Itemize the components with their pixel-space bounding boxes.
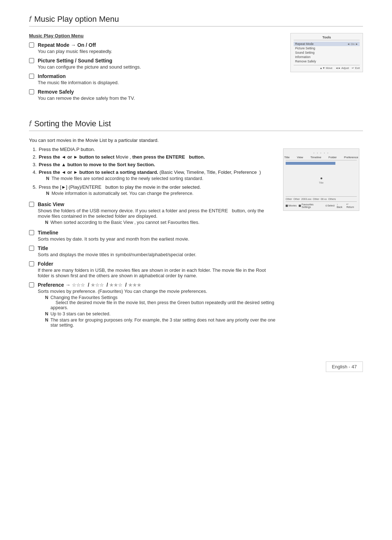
bullet-title-info: Information bbox=[38, 73, 119, 79]
bullet-content-title: Title Sorts and displays the movie title… bbox=[38, 245, 196, 257]
bullet-timeline: Timeline Sorts movies by date. It sorts … bbox=[29, 230, 276, 242]
bullet-desc-basic-view: Shows the folders of the USB memory devi… bbox=[38, 208, 276, 219]
bullet-content-remove: Remove Safely You can remove the device … bbox=[38, 89, 135, 101]
section2-title: f Sorting the Movie List bbox=[29, 119, 363, 128]
footer-label-return: ↩ Return bbox=[346, 203, 357, 208]
step-4: 4. Press the ◄ or ► button to select a s… bbox=[33, 169, 276, 182]
bullet-title-remove: Remove Safely bbox=[38, 89, 135, 95]
step-1-text: Press the MEDIA.P button. bbox=[39, 147, 95, 152]
preference-note3-n: N bbox=[45, 318, 48, 323]
page-footer: English - 47 bbox=[326, 361, 363, 372]
movie-ui-tab-pref: Preference bbox=[344, 156, 358, 159]
movie-ui-panel: · · · · · Title View Timeline Folder Pre… bbox=[283, 148, 359, 211]
section1-tv-ui: Tools Repeat Mode ◄ On ► Picture Setting… bbox=[290, 33, 363, 105]
tv-ui-row-label-picture: Picture Setting bbox=[295, 46, 315, 50]
section1-text: Music Play Option Menu Repeat Mode → On … bbox=[29, 33, 283, 105]
step-4-content: Press the ◄ or ► button to select a sort… bbox=[39, 169, 261, 182]
step-4-text: Press the ◄ or ► button to select a sort… bbox=[39, 169, 261, 175]
bullet-desc-picture: You can configure the picture and sound … bbox=[38, 64, 141, 70]
bullet-desc-timeline: Sorts movies by date. It sorts by year a… bbox=[38, 236, 189, 242]
bullet-title-timeline: Timeline bbox=[38, 230, 189, 236]
tv-ui-row-sound: Sound Setting bbox=[294, 50, 360, 55]
preference-note2-n: N bbox=[45, 311, 48, 316]
tv-ui-row-remove: Remove Safely bbox=[294, 59, 360, 64]
bullet-basic-view: Basic View Shows the folders of the USB … bbox=[29, 201, 276, 226]
basic-view-note-n: N bbox=[45, 220, 48, 225]
tv-ui-footer-exit: ↩ Exit bbox=[352, 66, 360, 70]
footer-dot-movie bbox=[286, 205, 288, 207]
movie-ui-footer-fav: Favourites Settings bbox=[299, 203, 323, 208]
section1-title-text: Music Play option Menu bbox=[34, 15, 119, 24]
movie-ui-center: Title bbox=[286, 166, 357, 195]
bullet-icon-timeline bbox=[29, 230, 34, 235]
bullet-content-basic-view: Basic View Shows the folders of the USB … bbox=[38, 201, 276, 226]
bullet-item-remove: Remove Safely You can remove the device … bbox=[29, 89, 283, 101]
step-5-text: Press the [►] (Play)/ENTERE button to pl… bbox=[39, 184, 201, 190]
step-1-num: 1. bbox=[33, 147, 37, 152]
step-2: 2. Press the ◄ or ► button to select Mov… bbox=[33, 154, 276, 160]
section2-steps: 1. Press the MEDIA.P button. 2. Press th… bbox=[33, 147, 276, 197]
movie-ui-footer-select: ⊙Select bbox=[325, 203, 334, 208]
bullet-title-repeat: Repeat Mode → On / Off bbox=[38, 42, 112, 48]
bullet-content-info: Information The music file information i… bbox=[38, 73, 119, 85]
movie-ui-footer-return: ↩ Return bbox=[346, 203, 357, 208]
bullet-icon-folder bbox=[29, 261, 34, 266]
bullet-desc-info: The music file information is displayed. bbox=[38, 80, 119, 85]
tv-ui-row-arrows-repeat: ◄ On ► bbox=[347, 42, 358, 46]
movie-ui-tab-timeline: Timeline bbox=[310, 156, 321, 159]
step-5-note-n: N bbox=[46, 191, 49, 196]
step-5-content: Press the [►] (Play)/ENTERE button to pl… bbox=[39, 184, 201, 197]
movie-ui-folder-1: Other bbox=[286, 198, 292, 200]
tv-ui-footer: ▲▼ Move ◄► Adjust ↩ Exit bbox=[294, 65, 360, 70]
bullet-content-repeat: Repeat Mode → On / Off You can play musi… bbox=[38, 42, 112, 54]
page-footer-wrapper: English - 47 bbox=[29, 347, 363, 372]
tv-ui-footer-adjust: ◄► Adjust bbox=[335, 66, 349, 70]
section1-divider bbox=[29, 26, 363, 26]
section-music-play: f Music Play option Menu Music Play Opti… bbox=[29, 15, 363, 105]
bullet-desc-folder: If there are many folders in USB, the mo… bbox=[38, 267, 276, 278]
section2-title-text: Sorting the Movie List bbox=[34, 119, 111, 128]
bullet-icon-info bbox=[29, 74, 34, 79]
bullet-content-picture: Picture Setting / Sound Setting You can … bbox=[38, 58, 141, 70]
movie-ui-footer-movie: Movies bbox=[286, 203, 297, 208]
step-4-note-n: N bbox=[46, 176, 49, 181]
bullet-preference: Preference → ☆☆☆ / ★☆☆ / ★★☆ / ★★★ Sorts… bbox=[29, 282, 276, 329]
preference-note3: N The stars are for grouping purposes on… bbox=[45, 318, 276, 328]
bullet-icon-preference bbox=[29, 282, 34, 287]
bullet-icon-title bbox=[29, 246, 34, 251]
bullet-item-info: Information The music file information i… bbox=[29, 73, 283, 85]
bullet-icon-picture bbox=[29, 58, 34, 63]
movie-ui-body: Title bbox=[286, 166, 357, 195]
tv-ui-row-repeat: Repeat Mode ◄ On ► bbox=[294, 42, 360, 46]
movie-ui-footer: Movies Favourites Settings ⊙Select ↑ Bac… bbox=[286, 201, 357, 208]
bullet-folder: Folder If there are many folders in USB,… bbox=[29, 261, 276, 278]
section2-text: You can sort movies in the Movie List by… bbox=[29, 138, 276, 332]
section1-content: Music Play Option Menu Repeat Mode → On … bbox=[29, 33, 363, 105]
bullet-title-basic-view: Basic View bbox=[38, 201, 276, 207]
step-5-num: 5. bbox=[33, 184, 37, 190]
step-2-num: 2. bbox=[33, 154, 37, 160]
step-5: 5. Press the [►] (Play)/ENTERE button to… bbox=[33, 184, 276, 197]
tv-ui-row-information: Information bbox=[294, 55, 360, 59]
movie-ui-bar bbox=[286, 162, 335, 165]
bullet-item-picture: Picture Setting / Sound Setting You can … bbox=[29, 58, 283, 70]
footer-label-back: ↑ Back bbox=[337, 203, 344, 208]
basic-view-note: N When sorted according to the Basic Vie… bbox=[45, 220, 276, 225]
step-3-num: 3. bbox=[33, 162, 37, 167]
movie-ui-tab-view: View bbox=[297, 156, 303, 159]
tv-ui-title: Tools bbox=[294, 36, 360, 40]
preference-note3-text: The stars are for grouping purposes only… bbox=[50, 318, 276, 328]
movie-ui-folder-4: Other bbox=[313, 198, 319, 200]
footer-dot-fav bbox=[299, 205, 301, 207]
step-4-note-text: The movie files are sorted according to … bbox=[52, 176, 203, 181]
movie-ui-footer-back: ↑ Back bbox=[337, 203, 344, 208]
movie-ui-tab-folder: Folder bbox=[328, 156, 337, 159]
footer-label-fav: Favourites Settings bbox=[302, 203, 323, 208]
section2-f-char: f bbox=[29, 119, 31, 128]
section2-content: You can sort movies in the Movie List by… bbox=[29, 138, 363, 332]
tv-ui-footer-move: ▲▼ Move bbox=[320, 66, 332, 70]
preference-note2-text: Up to 3 stars can be selected. bbox=[50, 311, 110, 316]
bullet-desc-title: Sorts and displays the movie titles in s… bbox=[38, 252, 196, 257]
bullet-desc-remove: You can remove the device safely from th… bbox=[38, 95, 135, 101]
section1-f-char: f bbox=[29, 15, 31, 24]
